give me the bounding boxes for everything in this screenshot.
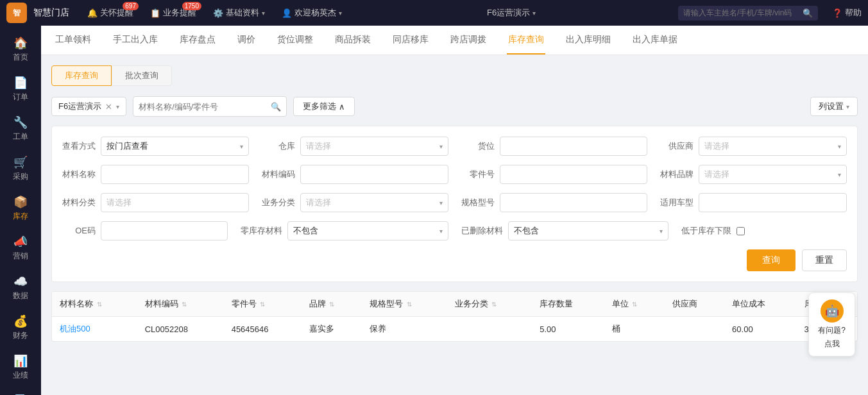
sidebar-item-home[interactable]: 🏠 首页 (0, 31, 41, 68)
tab-in-out-detail[interactable]: 出入库明细 (565, 26, 612, 55)
page-content: 库存查询 批次查询 F6运营演示 ✕ ▾ 🔍 更多筛选 (41, 55, 868, 395)
location-field: 货位 (461, 137, 648, 156)
col-header-spec[interactable]: 规格型号 ⇅ (362, 292, 447, 317)
view-mode-label: 查看方式 (62, 140, 96, 152)
nav-user[interactable]: 👤 欢迎杨英杰 ▾ (277, 7, 347, 19)
col-header-code[interactable]: 材料编码 ⇅ (137, 292, 224, 317)
cell-supplier (665, 317, 724, 342)
main-content: 工单领料 手工出入库 库存盘点 调价 货位调整 商品拆装 同店移库 跨店调拨 (41, 26, 868, 395)
search-icon[interactable]: 🔍 (271, 102, 281, 112)
subtab-batch-query[interactable]: 批次查询 (112, 65, 172, 86)
sidebar-item-label: 数据 (13, 290, 28, 301)
view-mode-select[interactable]: 按门店查看 ▾ (101, 137, 249, 156)
col-header-name[interactable]: 材料名称 ⇅ (52, 292, 137, 317)
tab-work-order[interactable]: 工单领料 (54, 26, 92, 55)
adv-filter-row-4: OE码 零库存材料 不包含 ▾ 已删除材料 不包含 (62, 221, 847, 240)
material-category-select[interactable]: 请选择 (101, 193, 249, 212)
material-name-input[interactable] (101, 165, 249, 184)
sidebar-item-label: 订单 (13, 92, 28, 103)
column-setting-button[interactable]: 列设置 ▾ (810, 97, 858, 116)
zero-stock-field: 零库存材料 不包含 ▾ (241, 221, 448, 240)
col-header-biz-cat[interactable]: 业务分类 ⇅ (447, 292, 532, 317)
col-header-part-no[interactable]: 零件号 ⇅ (224, 292, 302, 317)
part-no-input[interactable] (500, 165, 648, 184)
chevron-up-icon: ∧ (339, 102, 345, 112)
warehouse-select[interactable]: 请选择 ▾ (300, 137, 448, 156)
tab-price[interactable]: 调价 (236, 26, 257, 55)
adv-filter-row-3: 材料分类 请选择 业务分类 请选择 ▾ 规格型号 (62, 193, 847, 212)
supplier-select[interactable]: 请选择 ▾ (699, 137, 847, 156)
sidebar-item-marketing[interactable]: 📣 营销 (0, 230, 41, 267)
inventory-icon: 📦 (13, 195, 28, 209)
sidebar-item-performance[interactable]: 📊 业绩 (0, 349, 41, 386)
cell-part-no: 45645646 (224, 317, 302, 342)
marketing-icon: 📣 (13, 235, 28, 249)
cell-name[interactable]: 机油500 (52, 317, 137, 342)
query-button[interactable]: 查询 (747, 249, 796, 271)
spec-input[interactable] (500, 193, 648, 212)
subtab-inventory-query[interactable]: 库存查询 (51, 65, 112, 86)
chat-bubble[interactable]: 🤖 有问题? 点我 (808, 292, 855, 357)
vehicle-label: 适用车型 (660, 197, 694, 208)
tab-in-out-doc[interactable]: 出入库单据 (631, 26, 679, 55)
chevron-down-icon: ▾ (838, 143, 841, 150)
sidebar-item-inventory[interactable]: 📦 库存 (0, 190, 41, 227)
zero-stock-label: 零库存材料 (241, 225, 282, 237)
search-input[interactable] (683, 8, 799, 17)
tab-inventory-query[interactable]: 库存查询 (507, 26, 545, 55)
col-header-unit[interactable]: 单位 ⇅ (604, 292, 665, 317)
sidebar: 🏠 首页 📄 订单 🔧 工单 🛒 采购 📦 库存 📣 营销 ☁️ 数据 💰 (0, 26, 41, 395)
zero-stock-select[interactable]: 不包含 ▾ (287, 221, 448, 240)
tab-location[interactable]: 货位调整 (276, 26, 314, 55)
brand-select[interactable]: 请选择 ▾ (699, 165, 847, 184)
sidebar-item-finance[interactable]: 💰 财务 (0, 309, 41, 346)
tab-stocktake[interactable]: 库存盘点 (178, 26, 217, 55)
filter-tag-close[interactable]: ✕ (105, 102, 112, 112)
global-search[interactable]: 🔍 (678, 6, 818, 21)
biz-category-select[interactable]: 请选择 ▾ (300, 193, 448, 212)
tab-manual[interactable]: 手工出入库 (112, 26, 159, 55)
performance-icon: 📊 (13, 354, 28, 368)
chevron-down-icon: ▾ (660, 228, 663, 235)
bell-icon: 🔔 (87, 8, 98, 18)
order-icon: 📄 (13, 76, 28, 90)
material-search-input[interactable] (139, 102, 267, 112)
chat-action[interactable]: 点我 (824, 339, 840, 349)
sidebar-item-data[interactable]: ☁️ 数据 (0, 269, 41, 307)
nav-f6[interactable]: F6运营演示 ▾ (482, 7, 541, 19)
sidebar-item-report-new[interactable]: 📑 新报表 (0, 389, 41, 395)
oe-input[interactable] (101, 221, 228, 240)
nav-settings[interactable]: ⚙️ 基础资料 ▾ (208, 7, 270, 19)
tab-unpack[interactable]: 商品拆装 (334, 26, 372, 55)
sidebar-item-work[interactable]: 🔧 工单 (0, 110, 41, 147)
below-min-field: 低于库存下限 (681, 225, 847, 237)
more-filter-button[interactable]: 更多筛选 ∧ (293, 97, 355, 116)
home-icon: 🏠 (13, 36, 28, 50)
finance-icon: 💰 (13, 314, 28, 328)
below-min-checkbox[interactable] (736, 227, 745, 235)
sort-icon: ⇅ (260, 301, 265, 308)
deleted-select[interactable]: 不包含 ▾ (508, 221, 668, 240)
supplier-label: 供应商 (660, 140, 694, 152)
tab-cross-transfer[interactable]: 跨店调拨 (449, 26, 488, 55)
vehicle-input[interactable] (699, 193, 847, 212)
cell-brand: 嘉实多 (302, 317, 362, 342)
sidebar-item-label: 库存 (13, 211, 28, 222)
filter-action-row: 查询 重置 (62, 249, 847, 271)
material-code-input[interactable] (300, 165, 448, 184)
material-search-wrap[interactable]: 🔍 (133, 96, 287, 117)
col-header-brand[interactable]: 品牌 ⇅ (302, 292, 362, 317)
reset-button[interactable]: 重置 (802, 249, 847, 271)
sidebar-item-purchase[interactable]: 🛒 采购 (0, 150, 41, 187)
search-icon: 🔍 (803, 8, 813, 18)
nav-bell[interactable]: 🔔 关怀提醒 697 (82, 7, 139, 19)
sidebar-item-order[interactable]: 📄 订单 (0, 71, 41, 108)
location-input[interactable] (500, 137, 648, 156)
nav-task[interactable]: 📋 业务提醒 1750 (145, 7, 201, 19)
material-category-field: 材料分类 请选择 (62, 193, 249, 212)
filter-row: F6运营演示 ✕ ▾ 🔍 更多筛选 ∧ 列设置 ▾ (51, 96, 858, 117)
adv-filter-row-1: 查看方式 按门店查看 ▾ 仓库 请选择 ▾ 货位 (62, 137, 847, 156)
filter-tag-store[interactable]: F6运营演示 ✕ ▾ (51, 97, 126, 116)
tab-transfer[interactable]: 同店移库 (391, 26, 430, 55)
help-button[interactable]: ❓ 帮助 (832, 7, 862, 19)
